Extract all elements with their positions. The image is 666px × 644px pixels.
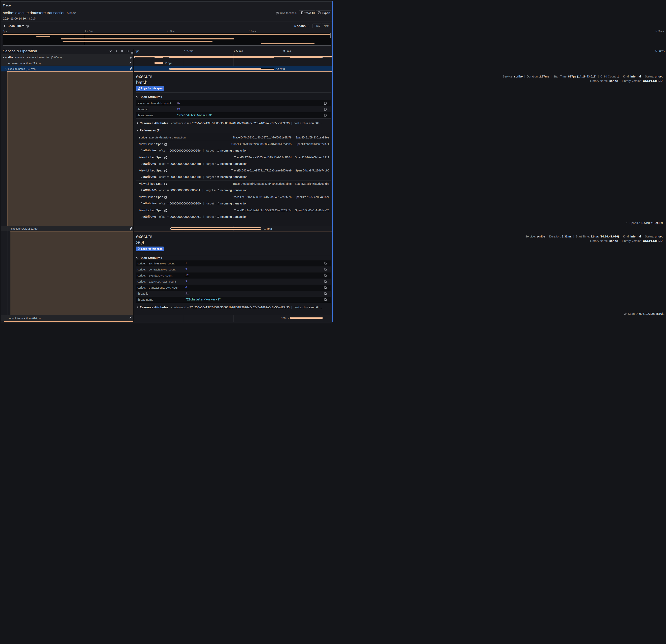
svg-text:LOG: LOG [138,88,140,90]
svg-text:LOG: LOG [138,249,140,250]
